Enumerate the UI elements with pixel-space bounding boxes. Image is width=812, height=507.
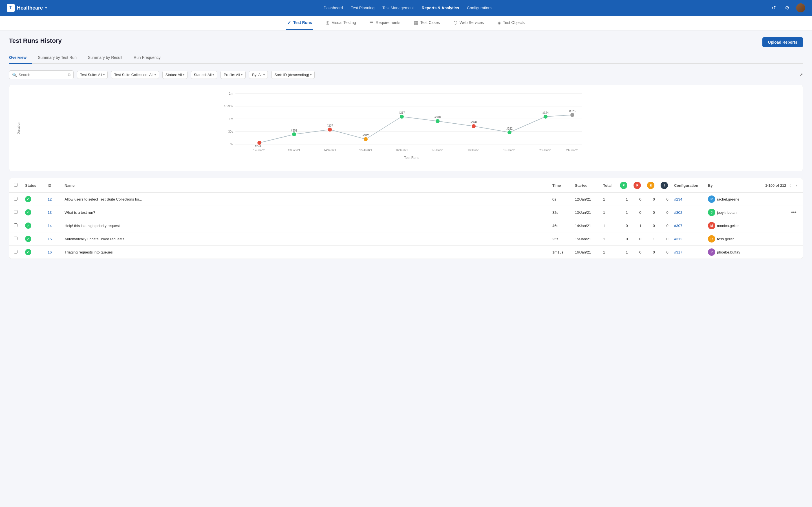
chart-point-234[interactable] [257,141,261,145]
upload-reports-button[interactable]: Upload Reports [762,37,803,47]
chart-point-307[interactable] [328,128,332,131]
row-p: 0 [620,237,633,241]
row-config-link[interactable]: #312 [674,237,682,241]
sub-nav-test-objects[interactable]: ◈ Test Objects [496,16,526,30]
chart-point-322[interactable] [507,130,511,134]
row-time: 32s [552,210,575,215]
row-by-name: monica.geller [717,224,739,228]
filters-row: 🔍 ⧉ Test Suite: All ▾ Test Suite Collect… [9,70,803,79]
user-avatar[interactable] [796,3,805,12]
tab-summary-by-result[interactable]: Summary by Result [88,53,128,64]
copy-icon[interactable]: ⧉ [68,72,70,77]
status-badge: ✓ [25,223,31,229]
chart-point-318[interactable] [436,119,440,123]
select-all-checkbox[interactable] [14,183,17,187]
row-id-link[interactable]: 14 [48,224,52,228]
top-nav: T Healthcare ▾ Dashboard Test Planning T… [0,0,812,16]
nav-link-test-management[interactable]: Test Management [382,4,414,11]
row-p: 0 [620,224,633,228]
chevron-down-icon: ▾ [263,73,265,76]
row-started: 16/Jan/21 [575,250,603,255]
test-objects-icon: ◈ [497,20,501,25]
row-total: 1 [603,237,620,241]
chevron-down-icon: ▾ [213,73,214,76]
row-id-link[interactable]: 16 [48,250,52,255]
col-header-name: Name [64,183,552,187]
svg-text:13/Jan/21: 13/Jan/21 [288,149,300,152]
row-more-button[interactable]: ••• [790,209,798,216]
search-box[interactable]: 🔍 ⧉ [9,70,73,79]
svg-text:#312: #312 [363,134,369,137]
row-id-link[interactable]: 12 [48,197,52,202]
web-services-icon: ⬡ [453,20,457,25]
nav-link-test-planning[interactable]: Test Planning [351,4,374,11]
svg-text:#325: #325 [569,110,576,113]
row-config-link[interactable]: #234 [674,197,682,202]
row-config-link[interactable]: #302 [674,210,682,215]
brand[interactable]: T Healthcare ▾ [7,4,47,12]
brand-logo: T [7,4,15,12]
filter-test-suite[interactable]: Test Suite: All ▾ [77,71,108,79]
sub-nav-visual-testing[interactable]: ◎ Visual Testing [324,16,357,30]
col-header-id: ID [48,183,64,187]
sub-nav-test-runs-label: Test Runs [293,20,312,25]
row-checkbox[interactable] [14,237,17,240]
filter-status[interactable]: Status: All ▾ [162,71,188,79]
row-time: 25s [552,237,575,241]
nav-link-configurations[interactable]: Configurations [467,4,492,11]
main-content: Test Runs History Upload Reports Overvie… [0,31,812,266]
sub-nav-requirements[interactable]: ☰ Requirements [368,16,401,30]
search-input[interactable] [18,73,66,77]
nav-link-reports-analytics[interactable]: Reports & Analytics [422,4,459,11]
col-header-badge-i: I [661,182,674,189]
select-all-cell[interactable] [14,183,25,187]
row-by: J joey.tribbiani [708,209,753,216]
chart-point-324[interactable] [544,115,548,119]
row-id-link[interactable]: 13 [48,210,52,215]
row-checkbox[interactable] [14,250,17,253]
sub-nav-web-services[interactable]: ⬡ Web Services [452,16,485,30]
tab-summary-by-test-run[interactable]: Summary by Test Run [38,53,82,64]
row-e: 0 [647,250,661,255]
filter-sort[interactable]: Sort: ID (descending) ▾ [271,71,315,79]
tab-overview[interactable]: Overview [9,53,32,64]
history-icon-button[interactable]: ↺ [769,3,778,12]
filter-test-suite-collection[interactable]: Test Suite Collection: All ▾ [111,71,159,79]
chart-point-317[interactable] [400,115,404,119]
row-started: 15/Jan/21 [575,237,603,241]
row-id-link[interactable]: 15 [48,237,52,241]
next-page-button[interactable]: › [795,182,798,188]
chart-point-325[interactable] [570,113,574,117]
filter-by[interactable]: By: All ▾ [249,71,268,79]
pager-count: 1-100 of 212 [765,183,786,187]
row-config-link[interactable]: #317 [674,250,682,255]
top-nav-links: Dashboard Test Planning Test Management … [56,4,760,11]
top-nav-actions: ↺ ⚙ [769,3,805,12]
svg-text:1m30s: 1m30s [224,105,234,108]
prev-page-button[interactable]: ‹ [788,182,792,188]
filter-started[interactable]: Started: All ▾ [191,71,217,79]
chart-point-312[interactable] [364,137,368,141]
nav-link-dashboard[interactable]: Dashboard [324,4,343,11]
sub-nav-test-cases[interactable]: ▦ Test Cases [413,16,441,30]
col-header-status: Status [25,183,48,187]
row-checkbox[interactable] [14,197,17,201]
row-checkbox[interactable] [14,223,17,227]
row-config-link[interactable]: #307 [674,224,682,228]
badge-f-header: F [633,182,641,189]
filter-profile[interactable]: Profile: All ▾ [220,71,246,79]
tab-run-frequency[interactable]: Run Frequency [134,53,166,64]
badge-e-header: E [647,182,654,189]
row-name: Help! this is a high priority request [64,224,552,228]
chevron-down-icon: ▾ [154,73,156,76]
expand-icon[interactable]: ⤢ [799,72,803,77]
chart-point-302[interactable] [292,132,296,136]
history-icon: ↺ [772,5,776,11]
row-checkbox[interactable] [14,210,17,214]
requirements-icon: ☰ [369,20,373,25]
col-header-badge-e: E [647,182,661,189]
chart-point-320[interactable] [472,124,476,128]
sub-nav-test-runs[interactable]: ✓ Test Runs [286,16,313,30]
settings-icon-button[interactable]: ⚙ [783,3,792,12]
brand-dropdown-icon[interactable]: ▾ [45,6,47,10]
